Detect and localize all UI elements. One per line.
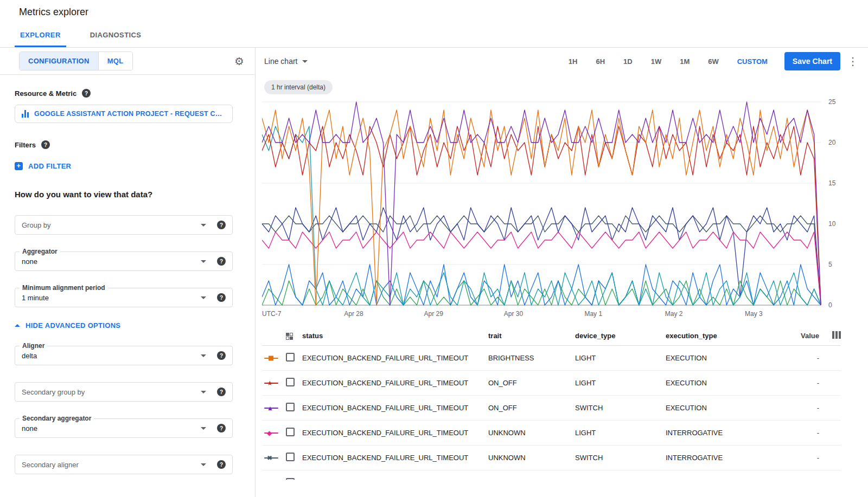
help-icon[interactable]: ? xyxy=(217,351,226,360)
table-row[interactable]: EXECUTION_BACKEND_FAILURE_URL_TIMEOUTBRI… xyxy=(262,346,841,371)
configuration-button[interactable]: CONFIGURATION xyxy=(20,52,98,70)
cell-trait: ON_OFF xyxy=(488,404,575,412)
secondary-group-by-dropdown[interactable]: Secondary group by ? xyxy=(15,382,233,402)
aggregator-value: none xyxy=(22,257,201,266)
secondary-aggregator-label: Secondary aggregator xyxy=(20,415,94,422)
custom-range-button[interactable]: CUSTOM xyxy=(728,53,777,70)
range-button-1m[interactable]: 1M xyxy=(671,53,699,70)
timeseries-chart[interactable]: 0510152025UTC-7Apr 28Apr 29Apr 30May 1Ma… xyxy=(262,99,847,318)
cell-value: - xyxy=(783,354,819,362)
cell-status: EXECUTION_BACKEND_FAILURE_URL_TIMEOUT xyxy=(302,454,488,462)
table-row[interactable]: ★EXECUTION_BACKEND_FAILURE_URL_TIMEOUTON… xyxy=(262,371,841,396)
mql-button[interactable]: MQL xyxy=(98,52,132,70)
series-marker-x: ✖ xyxy=(262,446,286,470)
series-checkbox[interactable] xyxy=(286,403,295,411)
more-options-icon[interactable]: ⋮ xyxy=(847,56,858,67)
series-checkbox[interactable] xyxy=(286,378,295,386)
chevron-down-icon xyxy=(201,427,206,430)
help-icon[interactable]: ? xyxy=(41,140,50,149)
table-row[interactable]: ▲EXECUTION_BACKEND_FAILURE_URL_TIMEOUTON… xyxy=(262,396,841,421)
tab-diagnostics[interactable]: DIAGNOSTICS xyxy=(85,24,147,47)
cell-device-type: LIGHT xyxy=(575,354,666,362)
svg-text:5: 5 xyxy=(828,261,832,268)
help-icon[interactable]: ? xyxy=(82,89,91,98)
range-button-6w[interactable]: 6W xyxy=(699,53,728,70)
interval-chip: 1 hr interval (delta) xyxy=(264,80,333,94)
cell-trait: BRIGHTNESS xyxy=(488,354,575,362)
svg-text:15: 15 xyxy=(828,179,836,187)
svg-text:Apr 28: Apr 28 xyxy=(344,310,363,318)
secondary-aggregator-dropdown[interactable]: Secondary aggregator none ? xyxy=(15,418,233,438)
chevron-down-icon xyxy=(201,463,206,466)
chevron-down-icon xyxy=(201,296,206,299)
range-button-1w[interactable]: 1W xyxy=(642,53,671,70)
min-alignment-value: 1 minute xyxy=(22,294,201,302)
min-alignment-label: Minimum alignment period xyxy=(20,284,108,292)
help-icon[interactable]: ? xyxy=(217,221,226,229)
chevron-down-icon xyxy=(201,391,206,393)
partial-table-row xyxy=(262,470,841,480)
table-row[interactable]: ◆EXECUTION_BACKEND_FAILURE_URL_TIMEOUTUN… xyxy=(262,421,841,446)
chevron-down-icon xyxy=(201,354,206,357)
settings-gear-icon[interactable]: ⚙ xyxy=(234,56,244,67)
cell-execution-type: EXECUTION xyxy=(666,354,783,362)
help-icon[interactable]: ? xyxy=(217,388,226,396)
cell-execution-type: INTERROGATIVE xyxy=(666,454,783,462)
cell-value: - xyxy=(783,379,819,387)
help-icon[interactable]: ? xyxy=(217,460,226,469)
secondary-aggregator-value: none xyxy=(22,424,201,433)
cell-value: - xyxy=(783,454,819,462)
aligner-label: Aligner xyxy=(20,342,47,350)
series-checkbox[interactable] xyxy=(286,453,295,461)
svg-text:20: 20 xyxy=(828,139,836,146)
range-button-1h[interactable]: 1H xyxy=(559,53,587,70)
cell-status: EXECUTION_BACKEND_FAILURE_URL_TIMEOUT xyxy=(302,429,488,437)
header-status: status xyxy=(302,332,488,340)
help-icon[interactable]: ? xyxy=(217,257,226,266)
series-table-body: EXECUTION_BACKEND_FAILURE_URL_TIMEOUTBRI… xyxy=(262,346,841,470)
aggregator-dropdown[interactable]: Aggregator none ? xyxy=(15,251,233,271)
series-marker-square xyxy=(262,346,286,370)
chart-type-label: Line chart xyxy=(264,57,297,66)
cell-status: EXECUTION_BACKEND_FAILURE_URL_TIMEOUT xyxy=(302,354,488,362)
series-checkbox[interactable] xyxy=(286,353,295,362)
range-button-6h[interactable]: 6H xyxy=(586,53,614,70)
series-checkbox[interactable] xyxy=(286,478,295,480)
add-box-icon: + xyxy=(15,162,23,170)
chevron-up-icon xyxy=(15,324,20,327)
cell-execution-type: EXECUTION xyxy=(666,404,783,412)
header-device-type: device_type xyxy=(575,332,666,340)
hide-advanced-options-button[interactable]: HIDE ADVANCED OPTIONS xyxy=(15,321,240,330)
selected-metric-button[interactable]: GOOGLE ASSISTANT ACTION PROJECT - REQUES… xyxy=(15,105,233,123)
main-tabs: EXPLORER DIAGNOSTICS xyxy=(0,24,868,48)
aggregator-label: Aggregator xyxy=(20,248,60,255)
add-filter-button[interactable]: + ADD FILTER xyxy=(15,162,240,170)
series-table-header: status trait device_type execution_type … xyxy=(262,326,841,346)
cell-execution-type: EXECUTION xyxy=(666,379,783,387)
chart-type-dropdown[interactable]: Line chart xyxy=(264,57,308,66)
range-button-1d[interactable]: 1D xyxy=(614,53,642,70)
min-alignment-period-dropdown[interactable]: Minimum alignment period 1 minute ? xyxy=(15,288,233,307)
secondary-aligner-dropdown[interactable]: Secondary aligner ? xyxy=(15,455,233,474)
cell-trait: UNKNOWN xyxy=(488,429,575,437)
cell-status: EXECUTION_BACKEND_FAILURE_URL_TIMEOUT xyxy=(302,379,488,387)
column-settings-icon[interactable] xyxy=(832,331,841,339)
range-buttons: 1H6H1D1W1M6W xyxy=(559,53,728,70)
cell-execution-type: INTERROGATIVE xyxy=(666,429,783,437)
svg-text:0: 0 xyxy=(828,301,832,309)
svg-text:25: 25 xyxy=(828,99,836,106)
table-row[interactable]: ✖EXECUTION_BACKEND_FAILURE_URL_TIMEOUTUN… xyxy=(262,446,841,470)
cell-value: - xyxy=(783,429,819,437)
tab-explorer[interactable]: EXPLORER xyxy=(15,24,66,47)
aligner-dropdown[interactable]: Aligner delta ? xyxy=(15,346,233,365)
resource-metric-label: Resource & Metric ? xyxy=(15,89,240,98)
help-icon[interactable]: ? xyxy=(217,424,226,433)
save-chart-button[interactable]: Save Chart xyxy=(784,52,840,70)
toggle-all-series-icon[interactable] xyxy=(286,333,293,340)
series-marker-diamond: ◆ xyxy=(262,421,286,445)
bar-chart-icon xyxy=(22,110,29,118)
group-by-dropdown[interactable]: Group by ? xyxy=(15,215,233,235)
series-checkbox[interactable] xyxy=(286,428,295,436)
help-icon[interactable]: ? xyxy=(217,293,226,302)
view-data-heading: How do you want to view that data? xyxy=(15,190,240,199)
